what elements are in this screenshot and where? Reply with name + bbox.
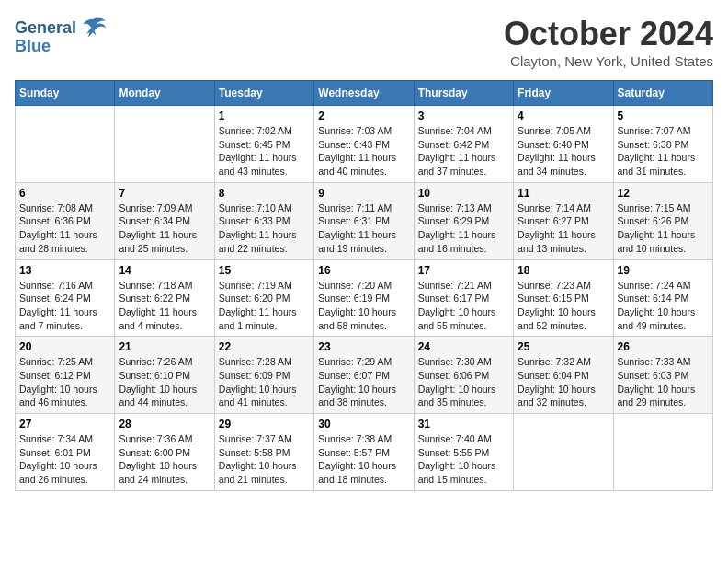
day-number: 19 — [618, 264, 709, 277]
cell-content: Sunrise: 7:03 AM Sunset: 6:43 PM Dayligh… — [318, 124, 409, 178]
week-row-2: 6Sunrise: 7:08 AM Sunset: 6:36 PM Daylig… — [16, 182, 713, 259]
cell-content: Sunrise: 7:08 AM Sunset: 6:36 PM Dayligh… — [19, 201, 110, 256]
cell-content: Sunrise: 7:40 AM Sunset: 5:55 PM Dayligh… — [418, 432, 509, 487]
title-area: October 2024 Clayton, New York, United S… — [504, 15, 713, 69]
day-number: 5 — [618, 109, 709, 122]
calendar-cell: 1Sunrise: 7:02 AM Sunset: 6:45 PM Daylig… — [214, 106, 313, 183]
calendar-cell: 27Sunrise: 7:34 AM Sunset: 6:01 PM Dayli… — [16, 414, 115, 491]
cell-content: Sunrise: 7:20 AM Sunset: 6:19 PM Dayligh… — [318, 279, 409, 333]
cell-content: Sunrise: 7:13 AM Sunset: 6:29 PM Dayligh… — [418, 201, 509, 256]
cell-content: Sunrise: 7:38 AM Sunset: 5:57 PM Dayligh… — [318, 432, 409, 487]
day-number: 4 — [518, 109, 609, 122]
day-header-monday: Monday — [115, 81, 214, 106]
day-number: 14 — [119, 264, 210, 277]
calendar-cell: 21Sunrise: 7:26 AM Sunset: 6:10 PM Dayli… — [115, 337, 214, 414]
day-number: 18 — [518, 264, 609, 277]
calendar-cell: 16Sunrise: 7:20 AM Sunset: 6:19 PM Dayli… — [314, 259, 414, 337]
day-number: 22 — [219, 340, 310, 353]
cell-content: Sunrise: 7:36 AM Sunset: 6:00 PM Dayligh… — [119, 432, 210, 487]
calendar-cell: 22Sunrise: 7:28 AM Sunset: 6:09 PM Dayli… — [214, 337, 313, 414]
day-number: 21 — [119, 340, 210, 353]
calendar-cell: 2Sunrise: 7:03 AM Sunset: 6:43 PM Daylig… — [314, 106, 414, 183]
calendar-cell: 17Sunrise: 7:21 AM Sunset: 6:17 PM Dayli… — [414, 259, 513, 337]
cell-content: Sunrise: 7:15 AM Sunset: 6:26 PM Dayligh… — [618, 201, 709, 256]
cell-content: Sunrise: 7:25 AM Sunset: 6:12 PM Dayligh… — [19, 355, 110, 409]
cell-content: Sunrise: 7:09 AM Sunset: 6:34 PM Dayligh… — [119, 201, 210, 256]
day-number: 15 — [219, 264, 310, 277]
calendar-cell: 31Sunrise: 7:40 AM Sunset: 5:55 PM Dayli… — [414, 414, 513, 491]
cell-content: Sunrise: 7:33 AM Sunset: 6:03 PM Dayligh… — [618, 355, 709, 409]
calendar-cell: 29Sunrise: 7:37 AM Sunset: 5:58 PM Dayli… — [214, 414, 313, 491]
cell-content: Sunrise: 7:24 AM Sunset: 6:14 PM Dayligh… — [618, 279, 709, 333]
day-number: 9 — [318, 187, 409, 200]
day-number: 6 — [19, 187, 110, 200]
cell-content: Sunrise: 7:19 AM Sunset: 6:20 PM Dayligh… — [219, 279, 310, 333]
calendar-cell: 18Sunrise: 7:23 AM Sunset: 6:15 PM Dayli… — [514, 259, 613, 337]
cell-content: Sunrise: 7:30 AM Sunset: 6:06 PM Dayligh… — [418, 355, 509, 409]
day-header-saturday: Saturday — [613, 81, 712, 106]
logo: General Blue — [15, 15, 108, 56]
cell-content: Sunrise: 7:37 AM Sunset: 5:58 PM Dayligh… — [219, 432, 310, 487]
calendar-cell — [613, 414, 712, 491]
day-number: 8 — [219, 187, 310, 200]
day-number: 16 — [318, 264, 409, 277]
cell-content: Sunrise: 7:02 AM Sunset: 6:45 PM Dayligh… — [219, 124, 310, 178]
calendar-cell: 26Sunrise: 7:33 AM Sunset: 6:03 PM Dayli… — [613, 337, 712, 414]
cell-content: Sunrise: 7:10 AM Sunset: 6:33 PM Dayligh… — [219, 201, 310, 256]
header-row: SundayMondayTuesdayWednesdayThursdayFrid… — [16, 81, 713, 106]
cell-content: Sunrise: 7:34 AM Sunset: 6:01 PM Dayligh… — [19, 432, 110, 487]
cell-content: Sunrise: 7:16 AM Sunset: 6:24 PM Dayligh… — [19, 279, 110, 333]
day-header-sunday: Sunday — [16, 81, 115, 106]
day-number: 25 — [518, 340, 609, 353]
calendar-cell: 8Sunrise: 7:10 AM Sunset: 6:33 PM Daylig… — [214, 182, 313, 259]
day-number: 31 — [418, 418, 509, 431]
calendar-cell: 9Sunrise: 7:11 AM Sunset: 6:31 PM Daylig… — [314, 182, 414, 259]
cell-content: Sunrise: 7:29 AM Sunset: 6:07 PM Dayligh… — [318, 355, 409, 409]
cell-content: Sunrise: 7:32 AM Sunset: 6:04 PM Dayligh… — [518, 355, 609, 409]
week-row-5: 27Sunrise: 7:34 AM Sunset: 6:01 PM Dayli… — [16, 414, 713, 491]
page-header: General Blue October 2024 Clayton, New Y… — [15, 15, 713, 69]
day-number: 26 — [618, 340, 709, 353]
location-title: Clayton, New York, United States — [504, 53, 713, 69]
day-number: 29 — [219, 418, 310, 431]
cell-content: Sunrise: 7:14 AM Sunset: 6:27 PM Dayligh… — [518, 201, 609, 256]
calendar-cell: 25Sunrise: 7:32 AM Sunset: 6:04 PM Dayli… — [514, 337, 613, 414]
day-header-wednesday: Wednesday — [314, 81, 414, 106]
day-number: 17 — [418, 264, 509, 277]
logo-bird-icon — [78, 15, 108, 40]
cell-content: Sunrise: 7:04 AM Sunset: 6:42 PM Dayligh… — [418, 124, 509, 178]
day-number: 2 — [318, 109, 409, 122]
day-number: 3 — [418, 109, 509, 122]
day-number: 30 — [318, 418, 409, 431]
calendar-body: 1Sunrise: 7:02 AM Sunset: 6:45 PM Daylig… — [16, 106, 713, 491]
day-header-friday: Friday — [514, 81, 613, 106]
day-number: 12 — [618, 187, 709, 200]
cell-content: Sunrise: 7:18 AM Sunset: 6:22 PM Dayligh… — [119, 279, 210, 333]
cell-content: Sunrise: 7:28 AM Sunset: 6:09 PM Dayligh… — [219, 355, 310, 409]
calendar-cell: 20Sunrise: 7:25 AM Sunset: 6:12 PM Dayli… — [16, 337, 115, 414]
day-number: 20 — [19, 340, 110, 353]
logo-text-general: General — [15, 18, 76, 38]
calendar-cell — [16, 106, 115, 183]
calendar-cell: 5Sunrise: 7:07 AM Sunset: 6:38 PM Daylig… — [613, 106, 712, 183]
day-number: 1 — [219, 109, 310, 122]
calendar-cell: 28Sunrise: 7:36 AM Sunset: 6:00 PM Dayli… — [115, 414, 214, 491]
calendar-header: SundayMondayTuesdayWednesdayThursdayFrid… — [16, 81, 713, 106]
day-number: 7 — [119, 187, 210, 200]
cell-content: Sunrise: 7:11 AM Sunset: 6:31 PM Dayligh… — [318, 201, 409, 256]
day-number: 27 — [19, 418, 110, 431]
calendar-cell — [514, 414, 613, 491]
cell-content: Sunrise: 7:23 AM Sunset: 6:15 PM Dayligh… — [518, 279, 609, 333]
calendar-cell: 11Sunrise: 7:14 AM Sunset: 6:27 PM Dayli… — [514, 182, 613, 259]
calendar-cell: 23Sunrise: 7:29 AM Sunset: 6:07 PM Dayli… — [314, 337, 414, 414]
week-row-4: 20Sunrise: 7:25 AM Sunset: 6:12 PM Dayli… — [16, 337, 713, 414]
calendar-cell: 19Sunrise: 7:24 AM Sunset: 6:14 PM Dayli… — [613, 259, 712, 337]
day-number: 23 — [318, 340, 409, 353]
calendar-cell: 24Sunrise: 7:30 AM Sunset: 6:06 PM Dayli… — [414, 337, 513, 414]
day-number: 10 — [418, 187, 509, 200]
calendar-cell: 15Sunrise: 7:19 AM Sunset: 6:20 PM Dayli… — [214, 259, 313, 337]
cell-content: Sunrise: 7:07 AM Sunset: 6:38 PM Dayligh… — [618, 124, 709, 178]
cell-content: Sunrise: 7:05 AM Sunset: 6:40 PM Dayligh… — [518, 124, 609, 178]
day-number: 24 — [418, 340, 509, 353]
month-title: October 2024 — [504, 15, 713, 53]
